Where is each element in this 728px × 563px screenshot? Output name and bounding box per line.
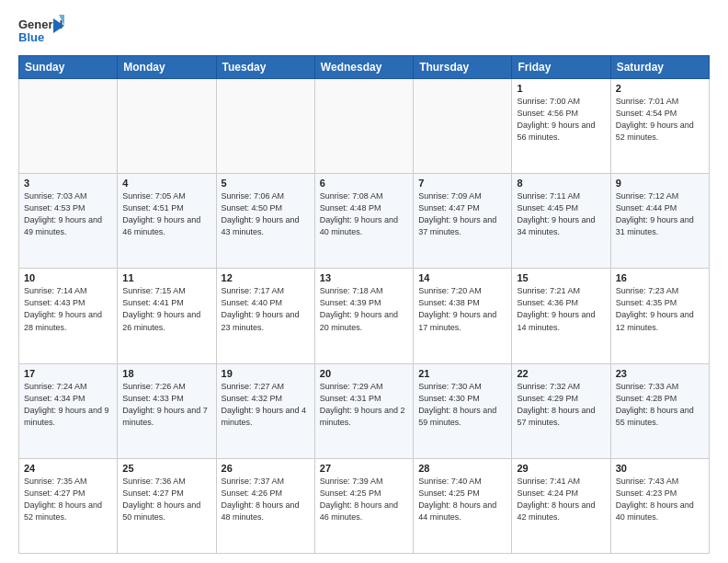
- day-info: Sunrise: 7:40 AM Sunset: 4:25 PM Dayligh…: [418, 476, 506, 523]
- calendar-cell: 5Sunrise: 7:06 AM Sunset: 4:50 PM Daylig…: [216, 174, 314, 269]
- calendar-cell: 27Sunrise: 7:39 AM Sunset: 4:25 PM Dayli…: [314, 458, 413, 553]
- calendar-cell: 19Sunrise: 7:27 AM Sunset: 4:32 PM Dayli…: [216, 363, 314, 458]
- calendar-cell: 25Sunrise: 7:36 AM Sunset: 4:27 PM Dayli…: [118, 458, 216, 553]
- day-number: 23: [616, 368, 704, 379]
- day-info: Sunrise: 7:15 AM Sunset: 4:41 PM Dayligh…: [122, 285, 210, 333]
- day-number: 3: [24, 178, 112, 189]
- day-number: 2: [616, 83, 704, 94]
- day-number: 30: [616, 463, 704, 474]
- day-number: 8: [517, 178, 605, 189]
- svg-text:Blue: Blue: [18, 30, 44, 44]
- day-header-sunday: Sunday: [19, 56, 118, 79]
- day-info: Sunrise: 7:24 AM Sunset: 4:34 PM Dayligh…: [24, 381, 112, 429]
- calendar-cell: 29Sunrise: 7:41 AM Sunset: 4:24 PM Dayli…: [512, 458, 610, 553]
- calendar-cell: [414, 79, 512, 174]
- day-number: 28: [418, 463, 506, 474]
- day-number: 22: [517, 368, 605, 379]
- day-info: Sunrise: 7:39 AM Sunset: 4:25 PM Dayligh…: [320, 476, 408, 523]
- calendar-table: SundayMondayTuesdayWednesdayThursdayFrid…: [18, 55, 710, 554]
- day-info: Sunrise: 7:18 AM Sunset: 4:39 PM Dayligh…: [320, 285, 408, 333]
- calendar-cell: 4Sunrise: 7:05 AM Sunset: 4:51 PM Daylig…: [118, 174, 216, 269]
- logo-svg: GeneralBlue: [18, 15, 64, 48]
- calendar-cell: 30Sunrise: 7:43 AM Sunset: 4:23 PM Dayli…: [610, 458, 709, 553]
- day-info: Sunrise: 7:27 AM Sunset: 4:32 PM Dayligh…: [222, 381, 310, 429]
- day-info: Sunrise: 7:35 AM Sunset: 4:27 PM Dayligh…: [24, 476, 112, 523]
- day-number: 25: [122, 463, 210, 474]
- day-header-wednesday: Wednesday: [314, 56, 413, 79]
- day-header-tuesday: Tuesday: [216, 56, 314, 79]
- calendar-cell: 12Sunrise: 7:17 AM Sunset: 4:40 PM Dayli…: [216, 269, 314, 363]
- calendar-cell: [216, 79, 314, 174]
- day-info: Sunrise: 7:08 AM Sunset: 4:48 PM Dayligh…: [320, 190, 408, 238]
- calendar-cell: 1Sunrise: 7:00 AM Sunset: 4:56 PM Daylig…: [512, 79, 610, 174]
- calendar-cell: [19, 79, 118, 174]
- day-number: 12: [222, 272, 310, 283]
- day-header-monday: Monday: [118, 56, 216, 79]
- day-info: Sunrise: 7:20 AM Sunset: 4:38 PM Dayligh…: [418, 285, 506, 333]
- day-info: Sunrise: 7:26 AM Sunset: 4:33 PM Dayligh…: [122, 381, 210, 429]
- day-number: 29: [517, 463, 605, 474]
- day-info: Sunrise: 7:21 AM Sunset: 4:36 PM Dayligh…: [517, 285, 605, 333]
- day-number: 14: [418, 272, 506, 283]
- calendar-cell: 7Sunrise: 7:09 AM Sunset: 4:47 PM Daylig…: [414, 174, 512, 269]
- calendar-cell: 23Sunrise: 7:33 AM Sunset: 4:28 PM Dayli…: [610, 363, 709, 458]
- calendar-cell: 3Sunrise: 7:03 AM Sunset: 4:53 PM Daylig…: [19, 174, 118, 269]
- day-number: 9: [616, 178, 704, 189]
- day-info: Sunrise: 7:36 AM Sunset: 4:27 PM Dayligh…: [122, 476, 210, 523]
- day-number: 20: [320, 368, 408, 379]
- day-info: Sunrise: 7:33 AM Sunset: 4:28 PM Dayligh…: [616, 381, 704, 429]
- day-number: 15: [517, 272, 605, 283]
- header: GeneralBlue: [18, 15, 710, 48]
- calendar-cell: 24Sunrise: 7:35 AM Sunset: 4:27 PM Dayli…: [19, 458, 118, 553]
- day-number: 13: [320, 272, 408, 283]
- day-info: Sunrise: 7:14 AM Sunset: 4:43 PM Dayligh…: [24, 285, 112, 333]
- day-info: Sunrise: 7:06 AM Sunset: 4:50 PM Dayligh…: [222, 190, 310, 238]
- day-info: Sunrise: 7:41 AM Sunset: 4:24 PM Dayligh…: [517, 476, 605, 523]
- day-info: Sunrise: 7:32 AM Sunset: 4:29 PM Dayligh…: [517, 381, 605, 429]
- day-number: 5: [222, 178, 310, 189]
- calendar-cell: 13Sunrise: 7:18 AM Sunset: 4:39 PM Dayli…: [314, 269, 413, 363]
- day-number: 11: [122, 272, 210, 283]
- calendar-cell: 18Sunrise: 7:26 AM Sunset: 4:33 PM Dayli…: [118, 363, 216, 458]
- calendar-week-3: 10Sunrise: 7:14 AM Sunset: 4:43 PM Dayli…: [19, 269, 710, 363]
- day-info: Sunrise: 7:43 AM Sunset: 4:23 PM Dayligh…: [616, 476, 704, 523]
- day-number: 26: [222, 463, 310, 474]
- day-number: 21: [418, 368, 506, 379]
- day-number: 7: [418, 178, 506, 189]
- calendar-cell: 11Sunrise: 7:15 AM Sunset: 4:41 PM Dayli…: [118, 269, 216, 363]
- day-number: 24: [24, 463, 112, 474]
- calendar-cell: 26Sunrise: 7:37 AM Sunset: 4:26 PM Dayli…: [216, 458, 314, 553]
- day-info: Sunrise: 7:05 AM Sunset: 4:51 PM Dayligh…: [122, 190, 210, 238]
- day-info: Sunrise: 7:30 AM Sunset: 4:30 PM Dayligh…: [418, 381, 506, 429]
- calendar-week-2: 3Sunrise: 7:03 AM Sunset: 4:53 PM Daylig…: [19, 174, 710, 269]
- day-header-saturday: Saturday: [610, 56, 709, 79]
- day-info: Sunrise: 7:29 AM Sunset: 4:31 PM Dayligh…: [320, 381, 408, 429]
- calendar-cell: [314, 79, 413, 174]
- calendar-cell: 16Sunrise: 7:23 AM Sunset: 4:35 PM Dayli…: [610, 269, 709, 363]
- calendar-week-1: 1Sunrise: 7:00 AM Sunset: 4:56 PM Daylig…: [19, 79, 710, 174]
- calendar-cell: 22Sunrise: 7:32 AM Sunset: 4:29 PM Dayli…: [512, 363, 610, 458]
- page: GeneralBlue SundayMondayTuesdayWednesday…: [0, 0, 728, 563]
- calendar-cell: 2Sunrise: 7:01 AM Sunset: 4:54 PM Daylig…: [610, 79, 709, 174]
- day-info: Sunrise: 7:00 AM Sunset: 4:56 PM Dayligh…: [517, 96, 605, 144]
- day-number: 4: [122, 178, 210, 189]
- day-header-friday: Friday: [512, 56, 610, 79]
- day-info: Sunrise: 7:03 AM Sunset: 4:53 PM Dayligh…: [24, 190, 112, 238]
- day-info: Sunrise: 7:09 AM Sunset: 4:47 PM Dayligh…: [418, 190, 506, 238]
- day-info: Sunrise: 7:23 AM Sunset: 4:35 PM Dayligh…: [616, 285, 704, 333]
- day-header-thursday: Thursday: [414, 56, 512, 79]
- calendar-cell: 15Sunrise: 7:21 AM Sunset: 4:36 PM Dayli…: [512, 269, 610, 363]
- day-info: Sunrise: 7:01 AM Sunset: 4:54 PM Dayligh…: [616, 96, 704, 144]
- calendar-cell: 9Sunrise: 7:12 AM Sunset: 4:44 PM Daylig…: [610, 174, 709, 269]
- day-info: Sunrise: 7:12 AM Sunset: 4:44 PM Dayligh…: [616, 190, 704, 238]
- calendar-cell: 14Sunrise: 7:20 AM Sunset: 4:38 PM Dayli…: [414, 269, 512, 363]
- calendar-cell: 28Sunrise: 7:40 AM Sunset: 4:25 PM Dayli…: [414, 458, 512, 553]
- calendar-cell: 21Sunrise: 7:30 AM Sunset: 4:30 PM Dayli…: [414, 363, 512, 458]
- calendar-cell: 8Sunrise: 7:11 AM Sunset: 4:45 PM Daylig…: [512, 174, 610, 269]
- day-number: 17: [24, 368, 112, 379]
- day-info: Sunrise: 7:11 AM Sunset: 4:45 PM Dayligh…: [517, 190, 605, 238]
- day-number: 27: [320, 463, 408, 474]
- calendar-header-row: SundayMondayTuesdayWednesdayThursdayFrid…: [19, 56, 710, 79]
- calendar-cell: 20Sunrise: 7:29 AM Sunset: 4:31 PM Dayli…: [314, 363, 413, 458]
- day-number: 10: [24, 272, 112, 283]
